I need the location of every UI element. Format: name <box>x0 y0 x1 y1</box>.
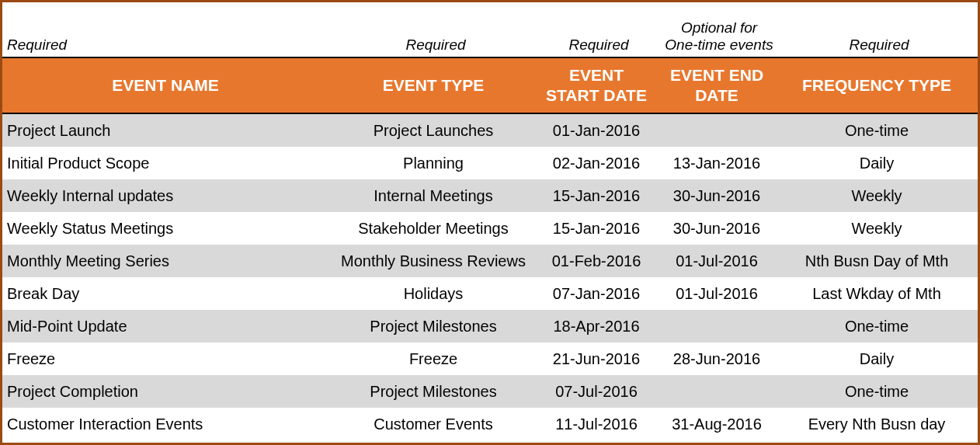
cell-frequency: One-time <box>779 318 975 335</box>
hint-start-date: Required <box>538 37 655 54</box>
cell-event-type: Project Launches <box>328 122 538 140</box>
table-row: Customer Interaction EventsCustomer Even… <box>2 408 978 440</box>
cell-start-date: 01-Jan-2016 <box>538 122 655 140</box>
table-row: FreezeFreeze21-Jun-201628-Jun-2016Daily <box>2 342 978 375</box>
cell-event-type: Internal Meetings <box>328 187 538 205</box>
table-row: Monthly Meeting SeriesMonthly Business R… <box>2 245 978 277</box>
header-event-name: EVENT NAME <box>2 75 328 96</box>
cell-event-name: Weekly Internal updates <box>2 187 328 205</box>
cell-frequency: Daily <box>779 155 975 172</box>
header-end-date: EVENT END DATE <box>655 65 779 106</box>
cell-event-type: Project Milestones <box>328 383 538 401</box>
cell-start-date: 15-Jan-2016 <box>538 187 655 205</box>
cell-event-name: Monthly Meeting Series <box>2 252 328 270</box>
cell-frequency: Weekly <box>779 220 975 238</box>
cell-frequency: One-time <box>779 122 975 140</box>
cell-start-date: 01-Feb-2016 <box>538 252 655 270</box>
cell-end-date: 01-Jul-2016 <box>655 252 779 270</box>
cell-frequency: Every Nth Busn day <box>779 415 975 433</box>
cell-event-name: Project Launch <box>2 122 328 140</box>
cell-end-date: 13-Jan-2016 <box>655 155 779 172</box>
cell-event-name: Freeze <box>2 350 328 368</box>
hint-frequency: Required <box>779 37 975 54</box>
table-row: Project CompletionProject Milestones07-J… <box>2 375 978 408</box>
cell-end-date: 31-Aug-2016 <box>655 415 779 433</box>
cell-end-date: 30-Jun-2016 <box>655 187 779 205</box>
cell-event-name: Initial Product Scope <box>2 155 328 172</box>
cell-start-date: 07-Jul-2016 <box>538 383 655 401</box>
table-row: Mid-Point UpdateProject Milestones18-Apr… <box>2 310 978 342</box>
cell-event-type: Planning <box>328 155 538 172</box>
cell-event-type: Stakeholder Meetings <box>328 220 538 238</box>
header-event-type: EVENT TYPE <box>328 75 538 96</box>
cell-end-date: 01-Jul-2016 <box>655 285 779 303</box>
cell-event-name: Customer Interaction Events <box>2 415 328 433</box>
cell-frequency: Nth Busn Day of Mth <box>779 252 975 270</box>
cell-start-date: 11-Jul-2016 <box>538 415 655 433</box>
cell-event-type: Holidays <box>328 285 538 303</box>
hint-event-type: Required <box>328 37 538 54</box>
header-start-date: EVENT START DATE <box>538 65 655 106</box>
cell-start-date: 02-Jan-2016 <box>538 155 655 172</box>
table-row: Weekly Status MeetingsStakeholder Meetin… <box>2 212 978 245</box>
cell-start-date: 21-Jun-2016 <box>538 350 655 368</box>
table-row: Weekly Internal updatesInternal Meetings… <box>2 179 978 212</box>
table-row: Project LaunchProject Launches01-Jan-201… <box>2 114 978 147</box>
cell-end-date: 28-Jun-2016 <box>655 350 779 368</box>
cell-frequency: One-time <box>779 383 975 401</box>
cell-event-type: Project Milestones <box>328 318 538 335</box>
cell-event-type: Monthly Business Reviews <box>328 252 538 270</box>
cell-start-date: 07-Jan-2016 <box>538 285 655 303</box>
table-row: Break DayHolidays07-Jan-201601-Jul-2016L… <box>2 277 978 310</box>
cell-event-name: Weekly Status Meetings <box>2 220 328 238</box>
table-row: Initial Product ScopePlanning02-Jan-2016… <box>2 147 978 179</box>
cell-event-name: Break Day <box>2 285 328 303</box>
cell-start-date: 15-Jan-2016 <box>538 220 655 238</box>
cell-frequency: Weekly <box>779 187 975 205</box>
cell-event-name: Mid-Point Update <box>2 318 328 335</box>
cell-start-date: 18-Apr-2016 <box>538 318 655 335</box>
cell-event-type: Freeze <box>328 350 538 368</box>
events-table-container: Required Required Required Optional forO… <box>0 0 980 445</box>
column-hint-row: Required Required Required Optional forO… <box>2 2 978 57</box>
header-frequency: FREQUENCY TYPE <box>779 75 975 96</box>
table-body: Project LaunchProject Launches01-Jan-201… <box>2 114 978 440</box>
hint-end-date: Optional forOne-time events <box>655 19 779 54</box>
cell-frequency: Last Wkday of Mth <box>779 285 975 303</box>
hint-event-name: Required <box>2 37 328 54</box>
cell-end-date: 30-Jun-2016 <box>655 220 779 238</box>
cell-frequency: Daily <box>779 350 975 368</box>
cell-event-name: Project Completion <box>2 383 328 401</box>
table-header-row: EVENT NAME EVENT TYPE EVENT START DATE E… <box>2 57 978 114</box>
cell-event-type: Customer Events <box>328 415 538 433</box>
